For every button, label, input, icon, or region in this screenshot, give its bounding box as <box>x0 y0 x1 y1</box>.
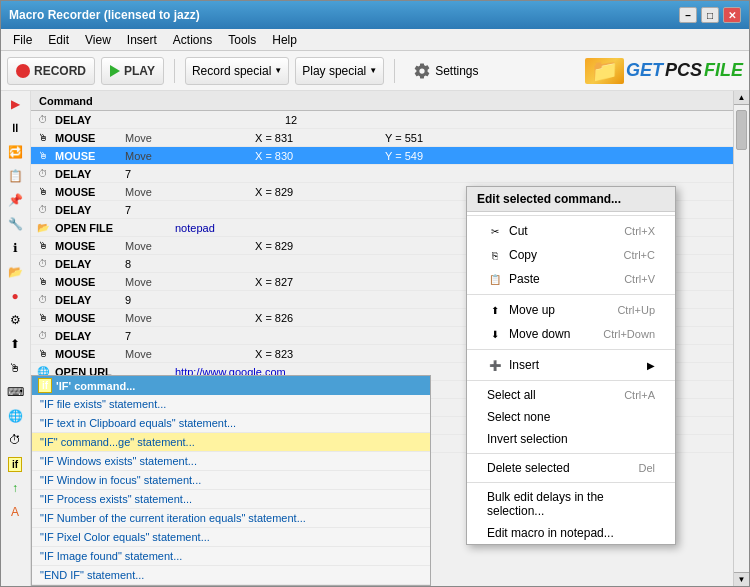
table-row[interactable]: 🖱 MOUSE Move X = 831 Y = 551 <box>31 129 733 147</box>
record-button[interactable]: RECORD <box>7 57 95 85</box>
ctx-movedown-shortcut: Ctrl+Down <box>603 328 655 340</box>
if-panel: if 'IF' command... "IF file exists" stat… <box>31 375 431 586</box>
table-row[interactable]: ⏱ DELAY 7 <box>31 165 733 183</box>
if-item-windows-exists[interactable]: "IF Windows exists" statement... <box>32 452 430 471</box>
sidebar-icon-info[interactable]: ℹ <box>3 237 27 259</box>
if-panel-title: 'IF' command... <box>56 380 135 392</box>
menu-bar: File Edit View Insert Actions Tools Help <box>1 29 749 51</box>
sidebar-icon-mouse[interactable]: 🖱 <box>3 357 27 379</box>
move-down-icon: ⬇ <box>487 326 503 342</box>
sidebar-icon-clipboard[interactable]: 📋 <box>3 165 27 187</box>
close-button[interactable]: ✕ <box>723 7 741 23</box>
play-special-button[interactable]: Play special ▼ <box>295 57 384 85</box>
table-row-selected[interactable]: 🖱 MOUSE Move X = 830 Y = 549 <box>31 147 733 165</box>
scroll-track[interactable] <box>734 105 749 572</box>
ctx-delete-selected[interactable]: Delete selected Del <box>467 457 675 479</box>
settings-button[interactable]: Settings <box>405 59 486 83</box>
scroll-thumb[interactable] <box>736 110 747 150</box>
if-item-file-exists[interactable]: "IF file exists" statement... <box>32 395 430 414</box>
mouse-icon: 🖱 <box>35 310 51 326</box>
mouse-icon: 🖱 <box>35 238 51 254</box>
menu-edit[interactable]: Edit <box>40 31 77 49</box>
if-item-process[interactable]: "IF Process exists" statement... <box>32 490 430 509</box>
if-item-message[interactable]: "IF" command...ge" statement... <box>32 433 430 452</box>
maximize-button[interactable]: □ <box>701 7 719 23</box>
if-item-image[interactable]: "IF Image found" statement... <box>32 547 430 566</box>
sidebar-icon-extra2[interactable]: A <box>3 501 27 523</box>
if-label: if <box>38 378 52 393</box>
delay-icon: ⏱ <box>35 166 51 182</box>
folder-icon: 📁 <box>591 60 618 82</box>
ctx-cut[interactable]: ✂ Cut Ctrl+X <box>467 219 675 243</box>
ctx-move-up[interactable]: ⬆ Move up Ctrl+Up <box>467 298 675 322</box>
sidebar-icon-delay[interactable]: ⏱ <box>3 429 27 451</box>
delay-icon: ⏱ <box>35 292 51 308</box>
if-panel-header: if 'IF' command... <box>32 376 430 395</box>
sidebar-icon-if[interactable]: if <box>3 453 27 475</box>
menu-view[interactable]: View <box>77 31 119 49</box>
ctx-select-none[interactable]: Select none <box>467 406 675 428</box>
if-item-endif[interactable]: "END IF" statement... <box>32 566 430 585</box>
record-icon <box>16 64 30 78</box>
title-bar: Macro Recorder (licensed to jazz) – □ ✕ <box>1 1 749 29</box>
ctx-selectall-shortcut: Ctrl+A <box>624 389 655 401</box>
ctx-moveup-shortcut: Ctrl+Up <box>617 304 655 316</box>
ctx-invert-selection[interactable]: Invert selection <box>467 428 675 450</box>
mouse-icon: 🖱 <box>35 346 51 362</box>
ctx-cut-shortcut: Ctrl+X <box>624 225 655 237</box>
ctx-edit-command[interactable]: Edit selected command... <box>467 187 675 212</box>
ctx-separator-2 <box>467 294 675 295</box>
sidebar-icon-extra1[interactable]: ↑ <box>3 477 27 499</box>
sidebar-icon-step[interactable]: ⏸ <box>3 117 27 139</box>
sidebar-icon-record[interactable]: ● <box>3 285 27 307</box>
ctx-insert[interactable]: ➕ Insert ▶ <box>467 353 675 377</box>
copy-icon: ⎘ <box>487 247 503 263</box>
sidebar-icon-pin[interactable]: 📌 <box>3 189 27 211</box>
ctx-select-all[interactable]: Select all Ctrl+A <box>467 384 675 406</box>
ctx-separator-5 <box>467 453 675 454</box>
record-special-button[interactable]: Record special ▼ <box>185 57 289 85</box>
if-item-window-focus[interactable]: "IF Window in focus" statement... <box>32 471 430 490</box>
ctx-separator-1 <box>467 215 675 216</box>
if-item-iteration[interactable]: "IF Number of the current iteration equa… <box>32 509 430 528</box>
sidebar-icon-loop[interactable]: 🔁 <box>3 141 27 163</box>
minimize-button[interactable]: – <box>679 7 697 23</box>
ctx-copy[interactable]: ⎘ Copy Ctrl+C <box>467 243 675 267</box>
chevron-down-icon: ▼ <box>274 66 282 75</box>
if-item-pixel[interactable]: "IF Pixel Color equals" statement... <box>32 528 430 547</box>
ctx-bulk-edit[interactable]: Bulk edit delays in the selection... <box>467 486 675 522</box>
ctx-paste[interactable]: 📋 Paste Ctrl+V <box>467 267 675 291</box>
table-row[interactable]: ⏱ DELAY 12 <box>31 111 733 129</box>
sidebar: ▶ ⏸ 🔁 📋 📌 🔧 ℹ 📂 ● ⚙ ⬆ 🖱 ⌨ 🌐 ⏱ if ↑ A <box>1 91 31 586</box>
window-controls: – □ ✕ <box>679 7 741 23</box>
sidebar-icon-run[interactable]: ▶ <box>3 93 27 115</box>
openfile-icon: 📂 <box>35 220 51 236</box>
brand-pcs: PCS <box>665 60 702 81</box>
ctx-move-down[interactable]: ⬇ Move down Ctrl+Down <box>467 322 675 346</box>
sidebar-icon-tools[interactable]: 🔧 <box>3 213 27 235</box>
sidebar-icon-keyboard[interactable]: ⌨ <box>3 381 27 403</box>
scroll-up-button[interactable]: ▲ <box>734 91 749 105</box>
sidebar-icon-folder[interactable]: 📂 <box>3 261 27 283</box>
scroll-down-button[interactable]: ▼ <box>734 572 749 586</box>
table-header: Command <box>31 91 733 111</box>
main-area: ▶ ⏸ 🔁 📋 📌 🔧 ℹ 📂 ● ⚙ ⬆ 🖱 ⌨ 🌐 ⏱ if ↑ A Com… <box>1 91 749 586</box>
menu-actions[interactable]: Actions <box>165 31 220 49</box>
sidebar-icon-up[interactable]: ⬆ <box>3 333 27 355</box>
chevron-down-icon: ▼ <box>369 66 377 75</box>
move-up-icon: ⬆ <box>487 302 503 318</box>
scrollbar[interactable]: ▲ ▼ <box>733 91 749 586</box>
sidebar-icon-url[interactable]: 🌐 <box>3 405 27 427</box>
ctx-paste-shortcut: Ctrl+V <box>624 273 655 285</box>
ctx-edit-notepad[interactable]: Edit macro in notepad... <box>467 522 675 544</box>
menu-tools[interactable]: Tools <box>220 31 264 49</box>
ctx-separator-3 <box>467 349 675 350</box>
play-button[interactable]: PLAY <box>101 57 164 85</box>
brand-logo: 📁 GETPCSFILE <box>585 58 743 84</box>
if-item-clipboard[interactable]: "IF text in Clipboard equals" statement.… <box>32 414 430 433</box>
sidebar-icon-settings[interactable]: ⚙ <box>3 309 27 331</box>
mouse-icon: 🖱 <box>35 274 51 290</box>
menu-insert[interactable]: Insert <box>119 31 165 49</box>
menu-file[interactable]: File <box>5 31 40 49</box>
menu-help[interactable]: Help <box>264 31 305 49</box>
